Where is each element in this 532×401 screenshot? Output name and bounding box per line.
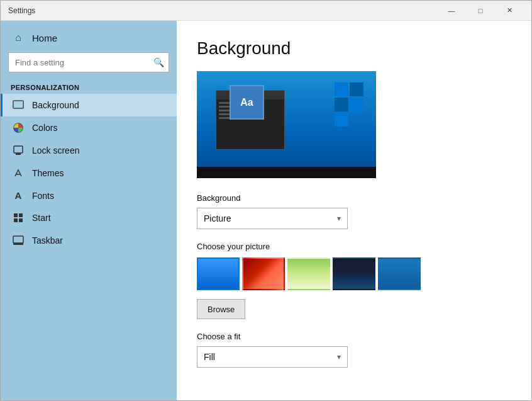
choose-picture-label: Choose your picture <box>197 242 511 251</box>
fonts-icon: A <box>11 190 26 201</box>
preview-tiles <box>335 82 363 127</box>
sidebar-item-background-label: Background <box>32 100 79 110</box>
svg-rect-7 <box>19 213 23 217</box>
maximize-button[interactable]: □ <box>466 1 495 21</box>
svg-rect-3 <box>14 146 23 153</box>
picture-thumb-2[interactable] <box>242 257 285 290</box>
preview-tile-2 <box>350 82 363 96</box>
window-controls: — □ ✕ <box>437 1 524 21</box>
desktop-preview: Aa <box>197 71 376 178</box>
preview-desktop-bg: Aa <box>197 71 376 178</box>
search-box: 🔍 <box>8 52 169 72</box>
sidebar-item-start-label: Start <box>32 213 51 223</box>
window-title: Settings <box>8 6 437 15</box>
colors-icon <box>11 122 26 133</box>
search-input[interactable] <box>8 52 169 72</box>
lock-screen-icon <box>11 145 26 156</box>
svg-rect-10 <box>13 236 23 243</box>
themes-icon <box>11 167 26 179</box>
sidebar-item-colors-label: Colors <box>32 123 57 133</box>
picture-thumb-5[interactable] <box>378 257 421 290</box>
home-label: Home <box>32 33 57 43</box>
sidebar-item-background[interactable]: Background <box>1 94 177 116</box>
fit-dropdown-arrow: ▾ <box>337 353 341 361</box>
sidebar-section-title: Personalization <box>1 80 177 94</box>
minimize-button[interactable]: — <box>437 1 466 21</box>
svg-rect-1 <box>13 101 23 108</box>
picture-grid <box>197 257 511 290</box>
settings-window: Settings — □ ✕ ⌂ Home 🔍 <box>0 0 532 401</box>
title-bar: Settings — □ ✕ <box>1 1 531 21</box>
svg-rect-4 <box>16 153 21 155</box>
sidebar-home[interactable]: ⌂ Home <box>1 26 177 50</box>
preview-tile-4 <box>350 98 363 111</box>
sidebar-item-start[interactable]: Start <box>1 206 177 229</box>
picture-thumb-3[interactable] <box>287 257 330 290</box>
sidebar-item-fonts[interactable]: A Fonts <box>1 184 177 206</box>
fit-dropdown-value: Fill <box>204 352 215 362</box>
sidebar-item-lock-screen[interactable]: Lock screen <box>1 139 177 162</box>
search-icon: 🔍 <box>153 57 164 67</box>
taskbar-icon <box>11 235 26 246</box>
svg-rect-11 <box>13 243 23 245</box>
browse-button[interactable]: Browse <box>197 299 245 319</box>
main-content: Background <box>177 21 531 400</box>
fit-dropdown[interactable]: Fill ▾ <box>197 346 348 368</box>
preview-tile-3 <box>335 98 348 111</box>
sidebar: ⌂ Home 🔍 Personalization <box>1 21 177 400</box>
background-icon <box>11 99 26 111</box>
preview-tile-1 <box>335 82 348 96</box>
page-title: Background <box>197 38 511 59</box>
sidebar-item-colors[interactable]: Colors <box>1 116 177 139</box>
sidebar-item-fonts-label: Fonts <box>32 191 54 201</box>
picture-thumb-4[interactable] <box>333 257 375 290</box>
svg-rect-9 <box>19 218 23 222</box>
svg-rect-6 <box>14 213 18 217</box>
sidebar-item-taskbar-label: Taskbar <box>32 235 63 246</box>
sidebar-item-taskbar[interactable]: Taskbar <box>1 229 177 252</box>
background-dropdown-arrow: ▾ <box>337 214 341 223</box>
start-icon <box>11 212 26 223</box>
choose-fit-label: Choose a fit <box>197 332 511 341</box>
background-dropdown-value: Picture <box>204 213 231 223</box>
background-label: Background <box>197 193 511 203</box>
sidebar-item-themes[interactable]: Themes <box>1 162 177 184</box>
window-content: ⌂ Home 🔍 Personalization <box>1 21 531 400</box>
preview-aa-tile: Aa <box>230 85 264 120</box>
home-icon: ⌂ <box>11 32 26 43</box>
sidebar-item-themes-label: Themes <box>32 168 64 178</box>
picture-thumb-1[interactable] <box>197 257 240 290</box>
preview-taskbar <box>197 167 376 178</box>
svg-rect-8 <box>14 218 18 222</box>
close-button[interactable]: ✕ <box>495 1 524 21</box>
sidebar-item-lock-screen-label: Lock screen <box>32 145 79 155</box>
background-dropdown[interactable]: Picture ▾ <box>197 208 348 229</box>
preview-tile-5 <box>335 113 348 127</box>
